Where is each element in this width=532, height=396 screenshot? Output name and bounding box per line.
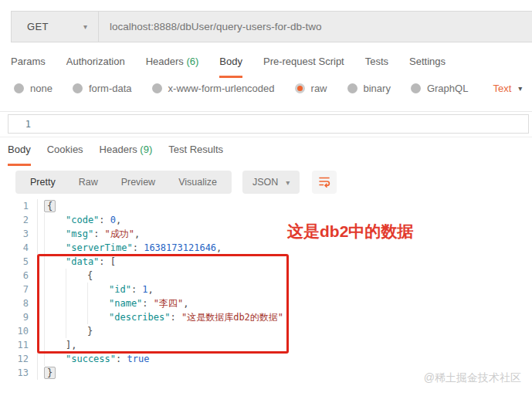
token-key: "msg": [66, 228, 93, 239]
body-mode-row: noneform-datax-www-form-urlencodedrawbin…: [14, 83, 522, 94]
token-key: "describes": [109, 312, 170, 323]
token-punc: :: [170, 312, 181, 323]
radio-icon: [152, 83, 162, 93]
line-number: 5: [0, 255, 37, 269]
format-select[interactable]: JSON ▾: [242, 171, 300, 194]
token-num: 0: [110, 215, 116, 225]
indent-guide: [44, 255, 66, 269]
token-punc: ,: [116, 215, 121, 225]
view-tab-raw[interactable]: Raw: [67, 171, 110, 194]
code-line: 10}: [0, 324, 532, 338]
code-line: 8"name": "李四",: [0, 296, 532, 310]
tab-count-badge: (9): [137, 144, 153, 155]
url-input[interactable]: [99, 12, 532, 42]
tab-body[interactable]: Body: [219, 56, 242, 78]
line-content: "msg": "成功",: [37, 227, 140, 241]
raw-type-select[interactable]: Text ▾: [493, 83, 522, 94]
tab-tests[interactable]: Tests: [365, 56, 388, 78]
radio-icon: [347, 83, 357, 93]
code-line: 6{: [0, 269, 532, 283]
body-mode-raw[interactable]: raw: [295, 83, 327, 94]
indent-guide: [44, 324, 66, 338]
response-body-code: 1{2"code": 0,3"msg": "成功",4"serverTime":…: [0, 199, 532, 380]
token-brace: }: [44, 367, 56, 379]
code-line: 12"success": true: [0, 352, 532, 366]
token-punc: }: [87, 326, 93, 337]
tab-headers[interactable]: Headers (6): [146, 56, 199, 78]
token-str: "这是数据库db2的数据": [181, 312, 283, 323]
view-tab-pretty[interactable]: Pretty: [19, 171, 67, 194]
token-punc: :: [133, 242, 144, 253]
tab-params[interactable]: Params: [11, 56, 46, 78]
line-content: "serverTime": 1638173121646,: [37, 241, 222, 255]
editor-line-number: 1: [8, 119, 39, 130]
radio-icon: [411, 83, 421, 93]
token-key: "success": [66, 354, 116, 364]
body-mode-label: form-data: [89, 83, 132, 94]
tab-body[interactable]: Body: [8, 144, 31, 166]
line-content: "data": [: [37, 255, 116, 269]
line-number: 2: [0, 213, 37, 227]
request-body-editor[interactable]: 1: [8, 114, 529, 134]
tab-settings[interactable]: Settings: [409, 56, 446, 78]
indent-guide: [44, 241, 66, 255]
indent-guide: [44, 296, 66, 310]
tab-label: Params: [11, 56, 46, 67]
method-select[interactable]: GET ▾: [12, 12, 99, 42]
url-bar: GET ▾: [11, 11, 532, 42]
tab-label: Body: [219, 56, 242, 67]
tab-headers[interactable]: Headers (9): [100, 144, 153, 166]
code-line: 3"msg": "成功",: [0, 227, 532, 241]
indent-guide: [87, 310, 109, 324]
indent-guide: [66, 310, 87, 324]
code-line: 2"code": 0,: [0, 213, 532, 227]
tab-cookies[interactable]: Cookies: [47, 144, 83, 166]
tab-label: Headers: [146, 56, 184, 67]
request-tabs: ParamsAuthorizationHeaders (6)BodyPre-re…: [11, 56, 446, 78]
indent-guide: [66, 283, 87, 296]
token-key: "id": [109, 284, 131, 295]
line-number: 8: [0, 296, 37, 310]
code-line: 11],: [0, 338, 532, 352]
line-number: 13: [0, 366, 37, 380]
view-tab-visualize[interactable]: Visualize: [167, 171, 229, 194]
tab-pre-request-script[interactable]: Pre-request Script: [263, 56, 344, 78]
line-content: "success": true: [37, 352, 149, 366]
chevron-down-icon: ▾: [286, 178, 290, 187]
view-tab-preview[interactable]: Preview: [110, 171, 167, 194]
tab-label: Tests: [365, 56, 388, 67]
line-content: "name": "李四",: [37, 296, 189, 310]
divider: [0, 137, 532, 137]
token-punc: ,: [183, 298, 188, 309]
code-line: 5"data": [: [0, 255, 532, 269]
line-number: 11: [0, 338, 37, 352]
body-mode-binary[interactable]: binary: [347, 83, 391, 94]
wrap-text-button[interactable]: [312, 171, 337, 194]
indent-guide: [66, 269, 87, 283]
token-key: "name": [109, 298, 142, 309]
token-key: "code": [66, 215, 99, 225]
code-line: 7"id": 1,: [0, 283, 532, 296]
token-num: 1638173121646: [144, 242, 216, 253]
indent-guide: [66, 324, 87, 338]
raw-type-label: Text: [493, 83, 511, 94]
tab-label: Authorization: [66, 56, 125, 67]
tab-authorization[interactable]: Authorization: [66, 56, 125, 78]
token-brace: {: [44, 200, 56, 212]
body-mode-label: raw: [311, 83, 327, 94]
token-punc: :: [93, 228, 104, 239]
body-mode-form-data[interactable]: form-data: [73, 83, 132, 94]
response-toolbar: PrettyRawPreviewVisualize JSON ▾: [15, 171, 337, 194]
token-punc: ,: [134, 228, 140, 239]
body-mode-x-www-form-urlencoded[interactable]: x-www-form-urlencoded: [152, 83, 275, 94]
token-bool: true: [127, 354, 149, 364]
line-content: ],: [37, 338, 76, 352]
text-wrap-icon: [317, 174, 331, 188]
body-mode-graphql[interactable]: GraphQL: [411, 83, 468, 94]
chevron-down-icon: ▾: [83, 22, 87, 31]
indent-guide: [66, 296, 87, 310]
indent-guide: [44, 283, 66, 296]
body-mode-none[interactable]: none: [14, 83, 53, 94]
code-line: 9"describes": "这是数据库db2的数据": [0, 310, 532, 324]
tab-test-results[interactable]: Test Results: [168, 144, 223, 166]
